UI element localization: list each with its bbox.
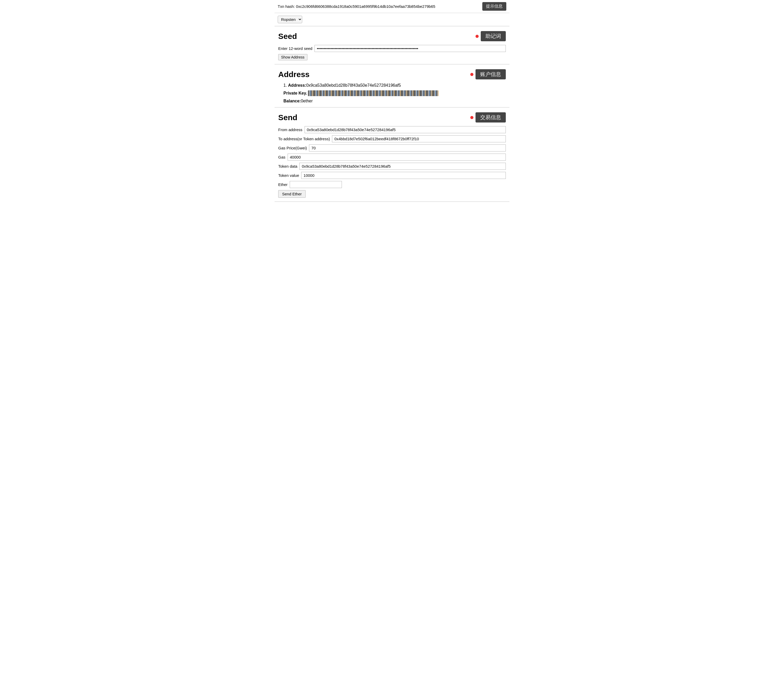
seed-input-label: Enter 12-word seed <box>278 46 313 51</box>
address-red-dot <box>470 73 473 76</box>
gas-price-label: Gas Price(Gwei) <box>278 146 307 150</box>
send-section-title: Send <box>278 113 297 122</box>
send-btn-row: Send Ether <box>278 190 506 198</box>
token-data-label: Token data <box>278 164 297 168</box>
token-value-row: Token value <box>278 172 506 179</box>
send-section-header: Send 交易信息 <box>278 112 506 123</box>
gas-price-row: Gas Price(Gwei) <box>278 144 506 151</box>
seed-section: Seed 助记词 Enter 12-word seed Show Address <box>275 27 509 64</box>
txn-hash-bar: Txn hash: 0xc2c906fd6606388cda1918a0c590… <box>275 0 509 13</box>
private-key-blurred <box>308 90 439 96</box>
gas-price-input[interactable] <box>309 144 506 151</box>
from-address-input[interactable] <box>305 126 506 133</box>
private-key-label: Private Key. <box>283 91 307 95</box>
address-section-title: Address <box>278 70 310 79</box>
txn-hash-text: Txn hash: 0xc2c906fd6606388cda1918a0c590… <box>278 4 480 9</box>
gas-row: Gas <box>278 154 506 161</box>
send-badge: 交易信息 <box>476 112 506 123</box>
token-value-input[interactable] <box>301 172 506 179</box>
network-select[interactable]: Ropsten Mainnet Kovan Rinkeby <box>278 16 302 23</box>
send-section: Send 交易信息 From address To address(or Tok… <box>275 108 509 202</box>
address-label: Address: <box>288 83 306 87</box>
to-address-row: To address(or Token address) <box>278 135 506 142</box>
txn-hash-tooltip-badge: 提示信息 <box>482 2 506 11</box>
seed-badge: 助记词 <box>481 31 506 41</box>
seed-section-header: Seed 助记词 <box>278 31 506 41</box>
token-data-input[interactable] <box>299 163 506 170</box>
from-address-row: From address <box>278 126 506 133</box>
address-item-1: 1. Address:0x9ca53a80ebd1d28b78f43a50e74… <box>283 83 506 103</box>
address-badge-group: 账户信息 <box>470 69 506 80</box>
token-value-label: Token value <box>278 173 299 178</box>
ether-label: Ether <box>278 182 288 187</box>
send-red-dot <box>470 116 473 119</box>
address-section: Address 账户信息 1. Address:0x9ca53a80ebd1d2… <box>275 64 509 108</box>
address-badge: 账户信息 <box>476 69 506 80</box>
seed-red-dot <box>476 35 479 38</box>
ether-input[interactable] <box>290 181 342 188</box>
network-bar: Ropsten Mainnet Kovan Rinkeby <box>275 13 509 27</box>
balance-value: 0ether <box>301 99 313 103</box>
seed-input-row: Enter 12-word seed <box>278 45 506 52</box>
address-section-header: Address 账户信息 <box>278 69 506 80</box>
balance-line: Balance:0ether <box>283 99 506 103</box>
ether-row: Ether <box>278 181 506 188</box>
seed-badge-group: 助记词 <box>476 31 506 41</box>
seed-input[interactable] <box>314 45 506 52</box>
token-data-row: Token data <box>278 163 506 170</box>
address-index: 1. <box>283 83 288 87</box>
private-key-line: Private Key. <box>283 90 506 96</box>
address-value: 0x9ca53a80ebd1d28b78f43a50e74e527284196a… <box>306 83 401 87</box>
gas-input[interactable] <box>288 154 506 161</box>
balance-label: Balance: <box>283 99 301 103</box>
send-badge-group: 交易信息 <box>470 112 506 123</box>
to-address-label: To address(or Token address) <box>278 137 330 141</box>
send-form: From address To address(or Token address… <box>278 126 506 198</box>
send-ether-button[interactable]: Send Ether <box>278 190 306 198</box>
from-address-label: From address <box>278 128 302 132</box>
seed-section-title: Seed <box>278 32 297 41</box>
show-address-button[interactable]: Show Address <box>278 54 308 60</box>
to-address-input[interactable] <box>332 135 506 142</box>
address-line: 1. Address:0x9ca53a80ebd1d28b78f43a50e74… <box>283 83 506 88</box>
gas-label: Gas <box>278 155 286 159</box>
